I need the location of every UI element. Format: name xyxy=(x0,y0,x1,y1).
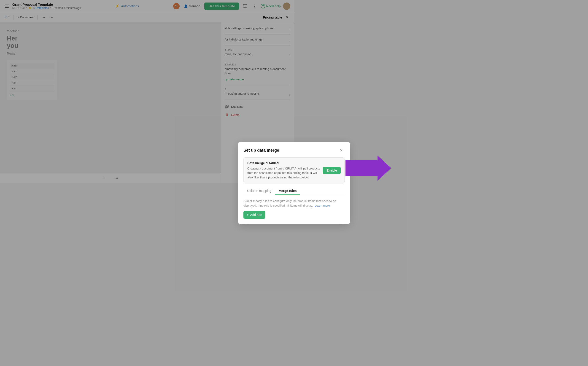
merge-disabled-description: Creating a document from a CRM/API will … xyxy=(247,166,294,180)
merge-disabled-banner: Data merge disabled Creating a document … xyxy=(244,157,294,183)
modal-header: Set up data merge × xyxy=(238,142,294,157)
modal-title: Set up data merge xyxy=(244,148,279,153)
merge-disabled-heading: Data merge disabled xyxy=(247,161,294,165)
merge-disabled-text: Data merge disabled Creating a document … xyxy=(247,161,294,180)
modal-overlay[interactable]: Set up data merge × Data merge disabled … xyxy=(0,0,294,183)
modal-body: Data merge disabled Creating a document … xyxy=(238,157,294,183)
setup-data-merge-modal: Set up data merge × Data merge disabled … xyxy=(238,142,294,183)
modal-wrapper: Set up data merge × Data merge disabled … xyxy=(238,142,294,183)
